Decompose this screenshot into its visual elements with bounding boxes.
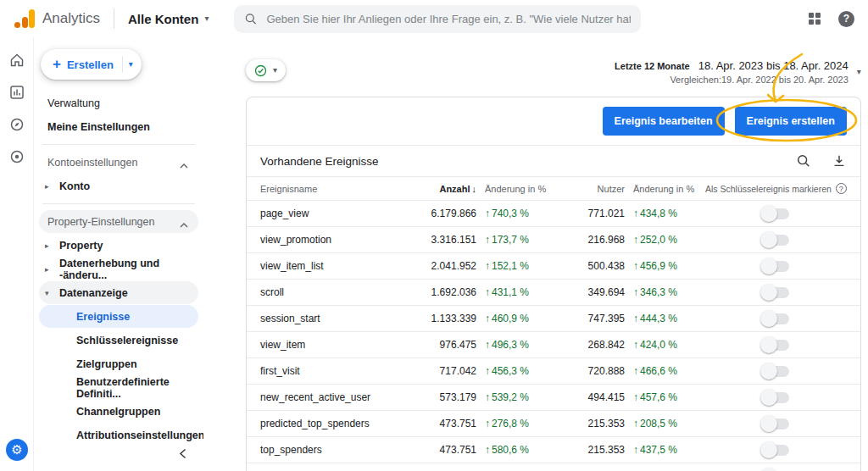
settings-gear-icon[interactable]: ⚙ <box>6 439 28 461</box>
table-row: predicted_top_spenders473.751↑276,8 %215… <box>247 411 860 437</box>
event-users-change-value: 434,8 % <box>640 208 677 219</box>
event-name: session_start <box>260 313 396 324</box>
home-icon[interactable] <box>8 51 26 69</box>
key-event-toggle[interactable] <box>762 366 789 377</box>
event-users-value: 216.968 <box>588 234 625 246</box>
up-arrow-icon: ↑ <box>633 260 638 272</box>
table-row: view_item976.475↑496,3 %268.842↑424,0 % <box>247 332 860 358</box>
sidebar-section-kontoeinstellungen[interactable]: Kontoeinstellungen <box>39 151 198 174</box>
help-tooltip-icon[interactable]: ? <box>836 183 847 194</box>
sidebar-item-label: Property-Einstellungen <box>47 216 154 228</box>
event-count-change: ↑276,8 % <box>476 418 557 429</box>
event-users-change: ↑437,5 % <box>625 444 705 456</box>
expand-right-icon[interactable]: ▸ <box>45 265 49 274</box>
key-event-toggle[interactable] <box>762 392 789 403</box>
sidebar-item-datenerhebung[interactable]: ▸ Datenerhebung und -änderu... <box>39 258 198 280</box>
event-count-value: 1.692.036 <box>431 286 476 298</box>
up-arrow-icon: ↑ <box>485 391 490 403</box>
event-count-change-value: 152,1 % <box>492 260 529 272</box>
up-arrow-icon: ↑ <box>633 444 638 456</box>
table-header-row: Ereignisname Anzahl ↓ Änderung in % Nutz… <box>247 176 860 201</box>
sidebar-item-attributionseinstellungen[interactable]: Attributionseinstellungen <box>39 424 198 446</box>
sidebar-item-channelgruppen[interactable]: Channelgruppen <box>39 400 198 423</box>
key-event-toggle[interactable] <box>762 313 789 324</box>
search-bar[interactable] <box>234 5 641 33</box>
table-search-icon[interactable] <box>796 153 811 169</box>
download-icon[interactable] <box>832 153 847 169</box>
up-arrow-icon: ↑ <box>633 313 638 324</box>
event-count-value: 473.751 <box>440 418 476 429</box>
key-event-toggle[interactable] <box>762 261 789 272</box>
event-name: first_visit <box>260 365 396 377</box>
event-users-value: 215.353 <box>588 444 625 456</box>
create-event-button[interactable]: Ereignis erstellen <box>735 107 847 136</box>
admin-sidebar: + Erstellen ▾ Verwaltung Meine Einstellu… <box>34 37 203 471</box>
sidebar-item-label: Kontoeinstellungen <box>47 157 137 169</box>
event-users-change-value: 457,6 % <box>640 391 677 403</box>
date-range-picker[interactable]: Letzte 12 Monate18. Apr. 2023 bis 18. Ap… <box>615 59 861 85</box>
event-name: new_recent_active_user <box>260 391 396 403</box>
chevron-down-icon[interactable]: ▾ <box>129 60 133 69</box>
event-name: view_promotion <box>260 234 396 246</box>
event-users-change-value: 466,6 % <box>640 365 677 377</box>
event-name: page_view <box>260 208 396 219</box>
event-count-value: 6.179.866 <box>431 208 476 219</box>
sidebar-item-label: Verwaltung <box>47 97 100 109</box>
sidebar-item-zielgruppen[interactable]: Zielgruppen <box>39 352 198 375</box>
sidebar-item-meine-einstellungen[interactable]: Meine Einstellungen <box>39 115 198 138</box>
table-row: view_cart259.779↑564,5 %56.687↑399,9 % <box>247 463 860 471</box>
sidebar-item-verwaltung[interactable]: Verwaltung <box>39 91 198 114</box>
event-users-value: 494.415 <box>588 391 625 403</box>
event-users-value: 771.021 <box>588 208 625 219</box>
up-arrow-icon: ↑ <box>633 418 638 429</box>
key-event-toggle[interactable] <box>762 340 789 351</box>
collapse-sidebar-icon[interactable] <box>179 448 186 459</box>
sidebar-item-ereignisse[interactable]: Ereignisse <box>39 305 198 328</box>
key-event-toggle[interactable] <box>762 208 789 219</box>
create-button[interactable]: + Erstellen ▾ <box>41 49 142 80</box>
search-input[interactable] <box>266 13 631 25</box>
sidebar-item-label: Meine Einstellungen <box>47 121 150 133</box>
status-filter-dropdown[interactable]: ▾ <box>246 59 286 81</box>
sidebar-item-label: Zielgruppen <box>76 358 137 370</box>
expand-right-icon[interactable]: ▸ <box>45 182 49 191</box>
advertising-icon[interactable] <box>8 147 26 166</box>
key-event-toggle-cell <box>762 340 789 351</box>
sidebar-item-schluesselereignisse[interactable]: Schlüsselereignisse <box>39 329 198 352</box>
reports-icon[interactable] <box>8 83 26 102</box>
expand-down-icon[interactable]: ▾ <box>45 289 49 297</box>
event-users-value: 500.438 <box>588 260 625 272</box>
expand-right-icon[interactable]: ▸ <box>45 241 49 250</box>
sidebar-item-property[interactable]: ▸ Property <box>39 234 198 257</box>
up-arrow-icon: ↑ <box>485 260 490 272</box>
up-arrow-icon: ↑ <box>485 234 490 246</box>
sidebar-item-datenanzeige[interactable]: ▾ Datenanzeige <box>39 281 198 304</box>
up-arrow-icon: ↑ <box>633 339 638 351</box>
top-app-bar: Analytics Alle Konten ▾ ? <box>0 0 868 37</box>
key-event-toggle[interactable] <box>762 445 789 456</box>
events-table-body: page_view6.179.866↑740,3 %771.021↑434,8 … <box>247 201 860 471</box>
help-icon[interactable]: ? <box>838 11 854 27</box>
col-header-event-name: Ereignisname <box>260 184 396 194</box>
explore-icon[interactable] <box>8 115 26 134</box>
col-header-count[interactable]: Anzahl ↓ <box>439 184 476 194</box>
event-users-change-value: 346,3 % <box>640 286 677 298</box>
key-event-toggle[interactable] <box>762 235 789 246</box>
account-selector[interactable]: Alle Konten ▾ <box>128 12 209 26</box>
event-users-value: 268.842 <box>588 339 625 351</box>
table-row: scroll1.692.036↑431,1 %349.694↑346,3 % <box>247 280 860 306</box>
key-event-toggle[interactable] <box>762 287 789 298</box>
sidebar-item-benutzerdefinierte-definitionen[interactable]: Benutzerdefinierte Definiti... <box>39 376 198 399</box>
table-row: view_item_list2.041.952↑152,1 %500.438↑4… <box>247 253 860 280</box>
event-name: view_item <box>260 339 396 351</box>
sidebar-item-konto[interactable]: ▸ Konto <box>39 175 198 197</box>
event-count-value: 573.179 <box>440 391 476 403</box>
sidebar-item-label: Ereignisse <box>76 311 130 323</box>
sidebar-section-property-einstellungen[interactable]: Property-Einstellungen <box>39 210 198 233</box>
up-arrow-icon: ↑ <box>485 208 490 219</box>
col-header-count-label: Anzahl <box>439 184 470 194</box>
key-event-toggle[interactable] <box>762 418 789 429</box>
apps-grid-icon[interactable] <box>808 12 821 25</box>
edit-event-button[interactable]: Ereignis bearbeiten <box>603 107 725 136</box>
up-arrow-icon: ↑ <box>633 286 638 298</box>
